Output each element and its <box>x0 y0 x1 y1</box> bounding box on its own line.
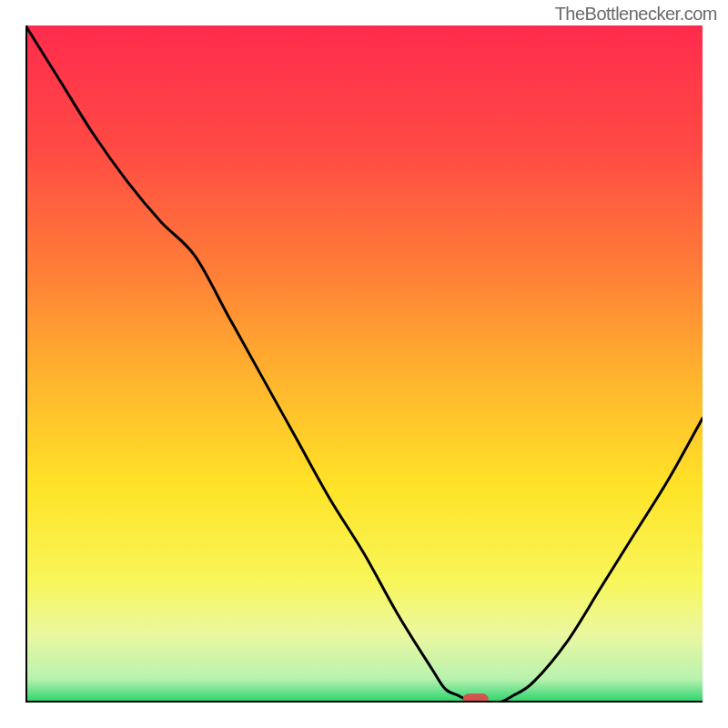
chart-background <box>25 25 703 703</box>
watermark-text: TheBottlenecker.com <box>555 4 717 25</box>
bottleneck-chart <box>25 25 703 703</box>
chart-svg <box>25 25 703 703</box>
